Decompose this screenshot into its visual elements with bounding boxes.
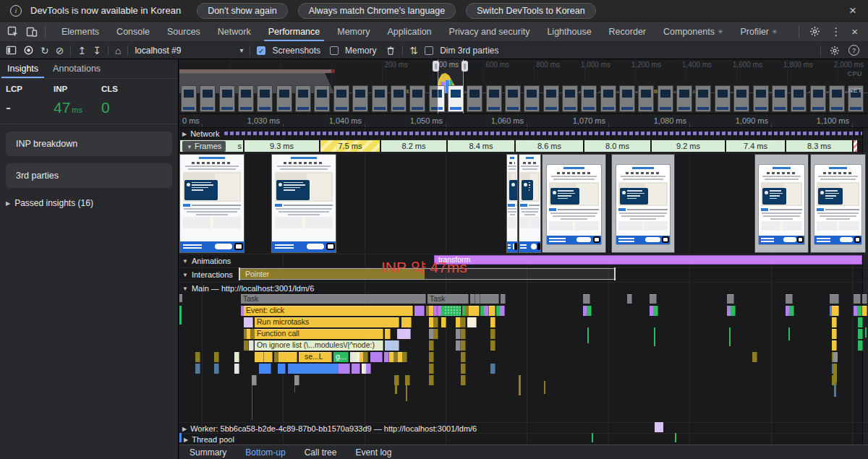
tab-performance[interactable]: Performance — [260, 22, 329, 41]
tab-components[interactable]: Components✳ — [655, 22, 731, 41]
screenshot-thumbnail[interactable] — [542, 154, 606, 253]
screenshot-thumbnail[interactable] — [810, 154, 866, 253]
flame-bar[interactable] — [731, 306, 736, 316]
tab-event-log[interactable]: Event log — [355, 447, 391, 458]
flame-bar[interactable]: se...L — [302, 352, 332, 362]
tab-summary[interactable]: Summary — [190, 447, 226, 458]
frame-duration-bar[interactable]: 7.5 ms — [320, 140, 380, 152]
flame-bar[interactable] — [854, 294, 861, 304]
flame-bar[interactable] — [461, 375, 466, 385]
selection-right-handle[interactable]: ∥ — [461, 61, 468, 72]
inspect-element-icon[interactable] — [7, 26, 19, 38]
frame-duration-bar[interactable]: 8.6 ms — [515, 140, 584, 152]
flame-bar[interactable] — [833, 294, 839, 304]
flame-bar[interactable] — [433, 329, 438, 339]
flame-bar[interactable] — [282, 352, 297, 362]
flame-bar[interactable] — [832, 317, 837, 327]
flame-bar[interactable] — [461, 364, 466, 374]
device-toolbar-icon[interactable] — [26, 26, 38, 38]
flame-bar[interactable] — [252, 375, 257, 385]
record-icon[interactable] — [23, 45, 34, 56]
interactions-track-header[interactable]: ▼ Interactions — [182, 270, 233, 279]
flame-bar[interactable]: Run microtasks — [255, 317, 399, 327]
tab-console[interactable]: Console — [108, 22, 158, 41]
flame-bar[interactable] — [858, 329, 863, 339]
history-dropdown[interactable]: localhost #9 ▾ — [135, 46, 243, 56]
more-options-kebab-icon[interactable]: ⋮ — [830, 26, 841, 37]
tab-sources[interactable]: Sources — [158, 22, 209, 41]
flame-bar[interactable] — [490, 329, 495, 339]
tab-profiler[interactable]: Profiler✳ — [731, 22, 786, 41]
flame-bar[interactable]: Task — [427, 294, 469, 304]
flame-bar[interactable] — [832, 340, 837, 351]
clear-recording-icon[interactable]: ⊘ — [56, 46, 64, 56]
flame-bar[interactable] — [727, 294, 734, 304]
close-devtools-icon[interactable]: × — [851, 26, 858, 37]
toggle-sidebar-icon[interactable] — [6, 45, 17, 56]
tab-lighthouse[interactable]: Lighthouse — [538, 22, 600, 41]
memory-checkbox-label[interactable]: Memory — [345, 46, 376, 56]
tab-privacy-security[interactable]: Privacy and security — [441, 22, 539, 41]
dim-3rd-parties-label[interactable]: Dim 3rd parties — [440, 46, 498, 56]
flame-bar[interactable] — [456, 340, 461, 351]
tab-application[interactable]: Application — [378, 22, 440, 41]
flame-bar[interactable] — [414, 306, 425, 316]
frame-duration-bar[interactable]: 9.2 ms — [651, 140, 726, 152]
flame-bar[interactable] — [500, 306, 505, 316]
tab-elements[interactable]: Elements — [53, 22, 108, 41]
screenshot-thumbnail[interactable] — [179, 154, 244, 253]
insight-card-3rd-parties[interactable]: 3rd parties — [6, 163, 172, 188]
flame-bar[interactable]: g... — [333, 352, 349, 362]
flame-bar[interactable] — [370, 352, 383, 362]
dont-show-again-button[interactable]: Don't show again — [197, 3, 288, 19]
flame-bar[interactable] — [490, 317, 495, 327]
sidebar-tab-insights[interactable]: Insights — [0, 59, 46, 78]
timeline-overview[interactable]: CPU NET 200 ms400 ms600 ms800 ms1,000 ms… — [179, 59, 868, 114]
switch-devtools-korean-button[interactable]: Switch DevTools to Korean — [466, 3, 595, 19]
flame-bar[interactable] — [339, 364, 350, 374]
flame-bar[interactable] — [294, 375, 299, 385]
screenshot-thumbnail[interactable] — [754, 154, 809, 253]
memory-checkbox[interactable] — [330, 46, 339, 55]
flame-bar[interactable] — [394, 375, 399, 385]
animations-track-header[interactable]: ▼ Animations — [182, 257, 231, 265]
tab-bottom-up[interactable]: Bottom-up — [245, 447, 285, 458]
frame-duration-bar[interactable]: 7.4 ms — [726, 140, 786, 152]
always-match-language-button[interactable]: Always match Chrome's language — [298, 3, 456, 19]
flame-bar[interactable] — [858, 317, 863, 327]
flame-bar[interactable] — [441, 317, 446, 327]
flame-bar[interactable] — [587, 306, 592, 316]
frame-duration-bar[interactable] — [853, 140, 858, 152]
flame-bar[interactable] — [858, 340, 863, 351]
flame-bar[interactable] — [195, 352, 200, 362]
flame-bar[interactable]: Function call — [255, 329, 383, 339]
flame-bar[interactable] — [429, 352, 434, 362]
flame-bar[interactable] — [234, 364, 239, 374]
frame-duration-bar[interactable]: 8.3 ms — [786, 140, 853, 152]
tab-recorder[interactable]: Recorder — [600, 22, 655, 41]
flame-bar[interactable] — [489, 306, 495, 316]
tab-call-tree[interactable]: Call tree — [305, 447, 337, 458]
screenshot-thumbnail[interactable] — [611, 154, 675, 253]
flame-bar[interactable] — [244, 317, 253, 327]
flame-bar[interactable] — [832, 306, 839, 316]
flame-bar[interactable] — [461, 317, 466, 327]
flame-bar[interactable] — [397, 329, 411, 339]
garbage-collect-icon[interactable] — [386, 46, 396, 56]
flame-bar[interactable] — [385, 329, 391, 339]
network-track-header[interactable]: ▶ Network — [182, 129, 220, 138]
flame-bar[interactable] — [278, 364, 286, 374]
flame-bar[interactable] — [501, 294, 506, 304]
screenshots-checkbox[interactable]: ✓ — [257, 46, 265, 55]
selection-left-handle[interactable]: ∥ — [433, 61, 439, 72]
flame-bar[interactable] — [389, 352, 394, 362]
infobar-close-icon[interactable]: × — [849, 4, 856, 18]
flame-bar[interactable] — [352, 364, 360, 374]
flame-bar[interactable] — [583, 294, 590, 304]
frame-duration-bar[interactable]: 9.3 ms — [244, 140, 320, 152]
help-icon[interactable]: ? — [848, 45, 859, 56]
flame-bar[interactable] — [653, 306, 658, 316]
flame-bar[interactable] — [490, 340, 495, 351]
flame-bar[interactable] — [214, 364, 219, 374]
frame-duration-bar[interactable]: 8.0 ms — [584, 140, 651, 152]
